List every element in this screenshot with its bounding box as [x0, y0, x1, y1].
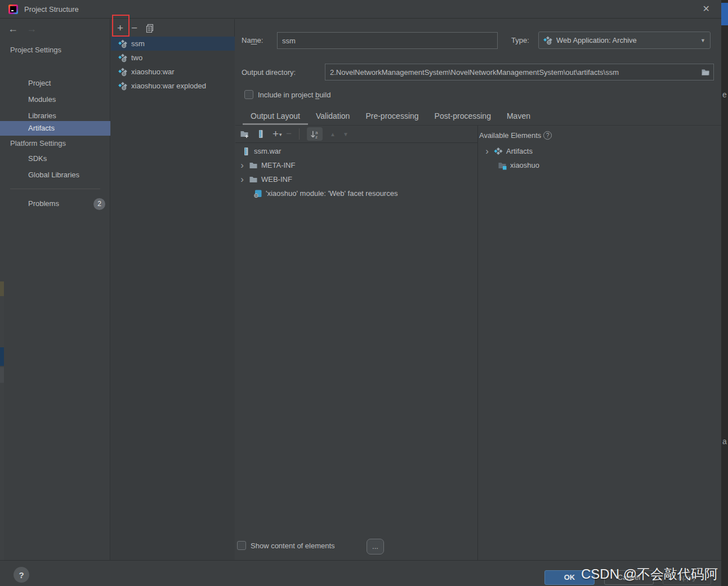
folder-icon: [249, 161, 258, 170]
chevron-right-icon[interactable]: ›: [484, 147, 490, 156]
sidebar-item-project[interactable]: Project: [0, 76, 110, 91]
problems-count-badge: 2: [93, 198, 105, 210]
name-label: Name:: [242, 36, 263, 46]
add-artifact-icon[interactable]: +: [117, 23, 123, 34]
add-element-icon[interactable]: +▼: [273, 128, 279, 140]
output-directory-label: Output directory:: [242, 68, 296, 78]
artifact-icon: [118, 39, 127, 48]
output-directory-input[interactable]: 2.NovelNetworkManagementSystem\NovelNetw…: [325, 64, 714, 80]
artifact-tabs: Output Layout Validation Pre-processing …: [243, 108, 538, 125]
remove-element-icon[interactable]: −: [286, 129, 292, 139]
output-layout-toolbar: +▼ − a z ▲ ▼: [235, 126, 477, 143]
tab-post-processing[interactable]: Post-processing: [427, 108, 499, 125]
tree-row-label: ssm.war: [254, 147, 281, 155]
back-arrow-icon[interactable]: ←: [8, 23, 18, 34]
artifact-editor: Name: Type: Web Application: Archive ▼ O…: [235, 19, 721, 560]
sidebar: ← → Project Settings Project Modules Lib…: [0, 19, 110, 560]
sidebar-item-global-libraries[interactable]: Global Libraries: [0, 168, 110, 182]
copy-artifact-icon[interactable]: [145, 24, 154, 33]
tree-row-label: 'xiaoshuo' module: 'Web' facet resources: [266, 189, 398, 198]
background-right-edge: e a: [721, 0, 728, 586]
sort-alphabetically-icon[interactable]: a z: [307, 127, 323, 141]
chevron-right-icon[interactable]: ›: [239, 175, 245, 184]
tree-row-label: Artifacts: [506, 147, 533, 155]
available-row-artifacts[interactable]: › Artifacts: [477, 144, 721, 158]
project-structure-dialog: Project Structure ✕ ← → Project Settings…: [0, 0, 721, 586]
include-in-build-checkbox[interactable]: [244, 90, 253, 99]
tab-pre-processing[interactable]: Pre-processing: [358, 108, 426, 125]
tab-output-layout[interactable]: Output Layout: [243, 108, 308, 125]
background-left-edge: [0, 281, 4, 560]
pane-divider: [477, 126, 478, 560]
tree-row-web-inf[interactable]: › WEB-INF: [235, 172, 477, 186]
group-header-project-settings: Project Settings: [10, 46, 61, 56]
artifacts-list: ssm two: [111, 37, 235, 560]
browse-folder-icon[interactable]: [701, 68, 710, 77]
artifact-icon: [543, 36, 552, 45]
tree-row-ssm-war[interactable]: ssm.war: [235, 144, 477, 158]
tree-row-facet-resources[interactable]: 'xiaoshuo' module: 'Web' facet resources: [235, 186, 477, 200]
module-icon: [498, 161, 507, 170]
close-icon[interactable]: ✕: [703, 3, 710, 15]
artifact-label: xiaoshuo:war exploded: [131, 82, 206, 90]
show-content-label: Show content of elements: [251, 542, 335, 550]
type-label: Type:: [511, 36, 529, 46]
help-button[interactable]: ?: [14, 567, 29, 583]
move-up-icon[interactable]: ▲: [330, 131, 336, 137]
output-layout-tree: ssm.war › META-INF › WEB-INF: [235, 144, 477, 200]
artifacts-list-panel: + − ssm: [111, 19, 235, 560]
show-content-row: Show content of elements: [237, 541, 335, 550]
bottom-bar: ? OK Cancel Apply CSDN @不会敲代码阿: [0, 560, 721, 586]
remove-artifact-icon[interactable]: −: [131, 23, 137, 34]
output-directory-value: 2.NovelNetworkManagementSystem\NovelNetw…: [330, 68, 709, 77]
tree-row-label: META-INF: [261, 161, 295, 169]
tab-validation[interactable]: Validation: [308, 108, 358, 125]
group-header-platform-settings: Platform Settings: [10, 139, 66, 149]
tab-maven[interactable]: Maven: [499, 108, 538, 125]
artifact-row-xiaoshuo-war-exploded[interactable]: xiaoshuo:war exploded: [111, 79, 235, 93]
forward-arrow-icon[interactable]: →: [26, 23, 37, 34]
name-input[interactable]: [277, 32, 498, 49]
toolbar-separator: [299, 128, 300, 140]
svg-text:z: z: [315, 134, 318, 138]
artifact-label: ssm: [131, 39, 145, 48]
show-content-checkbox[interactable]: [237, 541, 246, 550]
sidebar-item-modules[interactable]: Modules: [0, 92, 110, 107]
more-options-button[interactable]: ...: [367, 539, 384, 554]
type-value: Web Application: Archive: [556, 36, 637, 44]
artifact-icon: [118, 53, 127, 62]
sidebar-item-sdks[interactable]: SDKs: [0, 151, 110, 166]
artifact-row-two[interactable]: two: [111, 51, 235, 65]
artifact-icon: [118, 68, 127, 77]
available-elements-header: Available Elements ?: [479, 130, 552, 140]
intellij-logo-icon: [8, 5, 18, 14]
background-accent: [721, 3, 728, 25]
artifact-row-ssm[interactable]: ssm: [111, 37, 235, 51]
archive-icon: [242, 147, 251, 156]
sidebar-item-artifacts[interactable]: Artifacts: [0, 121, 110, 136]
artifact-label: two: [131, 53, 142, 62]
artifact-label: xiaoshuo:war: [131, 68, 175, 76]
window-title: Project Structure: [24, 5, 79, 14]
watermark: CSDN @不会敲代码阿: [581, 565, 718, 583]
web-facet-resources-icon: [253, 189, 262, 198]
include-in-build-label: Include in project build: [258, 91, 330, 101]
dropdown-arrow-icon: ▼: [700, 38, 705, 43]
background-text-fragment: a: [722, 437, 727, 446]
tree-row-label: WEB-INF: [261, 175, 292, 184]
available-elements-tree: › Artifacts xiaoshuo: [477, 144, 721, 172]
create-directory-icon[interactable]: [240, 129, 249, 138]
create-archive-icon[interactable]: [256, 129, 265, 138]
tree-row-meta-inf[interactable]: › META-INF: [235, 158, 477, 172]
folder-icon: [249, 175, 258, 184]
available-row-xiaoshuo[interactable]: xiaoshuo: [477, 158, 721, 172]
sidebar-separator: [10, 189, 100, 189]
type-dropdown[interactable]: Web Application: Archive ▼: [538, 32, 711, 49]
help-question-icon[interactable]: ?: [543, 131, 552, 140]
background-text-fragment: e: [722, 90, 727, 99]
artifact-icon: [118, 82, 127, 91]
artifact-row-xiaoshuo-war[interactable]: xiaoshuo:war: [111, 65, 235, 79]
move-down-icon[interactable]: ▼: [343, 131, 349, 137]
artifacts-group-icon: [494, 147, 503, 156]
chevron-right-icon[interactable]: ›: [239, 161, 245, 170]
